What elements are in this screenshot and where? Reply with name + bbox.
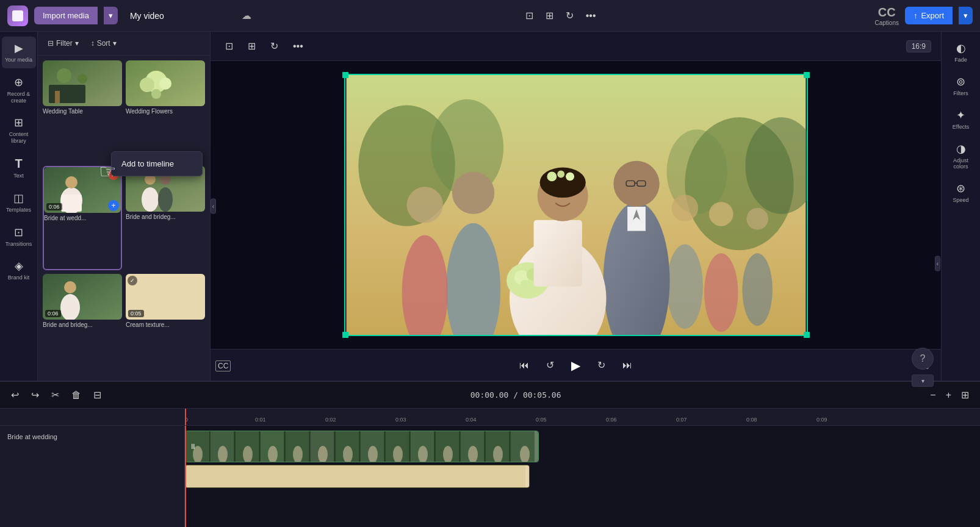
track-pause-icon: ⏸ <box>189 442 196 451</box>
svg-point-7 <box>140 77 154 92</box>
sidebar-item-record-create[interactable]: ⊕ Record & create <box>2 71 36 109</box>
forward-button[interactable]: ↻ <box>593 357 610 373</box>
right-tool-filters[interactable]: ⊚ Filters <box>943 70 979 101</box>
split-icon: ⊟ <box>93 390 101 400</box>
svg-point-94 <box>393 446 403 462</box>
more-options-button[interactable]: ••• <box>582 8 600 24</box>
captions-area[interactable]: CC Captions <box>874 5 898 26</box>
main-content: ▶ Your media ⊕ Record & create ⊞ Content… <box>0 32 980 381</box>
media-item-wedding-flowers[interactable]: Wedding Flowers <box>126 60 205 162</box>
video-title-area: ☁ <box>130 10 251 21</box>
right-tool-speed[interactable]: ⊛ Speed <box>943 177 979 208</box>
captions-toggle-icon: CC <box>215 360 231 371</box>
audio-track-resize-right[interactable] <box>525 465 529 487</box>
filter-button[interactable]: ⊟ Filter ▾ <box>44 37 82 50</box>
svg-rect-13 <box>61 195 82 212</box>
svg-point-34 <box>742 253 773 326</box>
timeline-content: 0 0:01 0:02 0:03 0:04 0:05 0:06 0:07 0:0… <box>0 409 980 527</box>
timeline-time-display: 00:00.00 / 00:05.06 <box>110 390 921 400</box>
undo-button[interactable]: ↩ <box>7 387 23 403</box>
right-tool-fade[interactable]: ◐ Fade <box>943 37 979 68</box>
sidebar-item-templates[interactable]: ◫ Templates <box>2 187 36 218</box>
zoom-in-button[interactable]: + <box>942 387 955 403</box>
skip-start-button[interactable]: ⏮ <box>514 357 534 373</box>
left-nav: ▶ Your media ⊕ Record & create ⊞ Content… <box>0 32 38 381</box>
media-item-bride-bridegroom-1[interactable]: Bride and brideg... <box>126 166 205 270</box>
preview-toolbar: ⊡ ⊞ ↻ ••• 16:9 <box>211 32 941 61</box>
split-button[interactable]: ⊟ <box>90 387 105 403</box>
sidebar-item-your-media[interactable]: ▶ Your media <box>2 37 36 68</box>
sidebar-item-text[interactable]: T Text <box>2 152 36 184</box>
filter-label: Filter <box>56 39 73 48</box>
resize-button[interactable]: ⊞ <box>243 38 261 54</box>
fit-icon: ⊞ <box>961 390 969 400</box>
undo-icon: ↩ <box>11 390 19 400</box>
rotate-tool-button[interactable]: ↻ <box>562 7 577 24</box>
svg-point-47 <box>519 280 530 291</box>
rotate-button[interactable]: ↻ <box>265 38 283 54</box>
svg-point-31 <box>671 195 698 221</box>
ruler-mark-3: 0:03 <box>395 417 406 423</box>
rewind-button[interactable]: ↺ <box>541 357 559 373</box>
duration-badge-cream: 0:05 <box>128 310 144 317</box>
svg-point-37 <box>613 161 659 207</box>
speed-icon: ⊛ <box>956 182 965 195</box>
record-create-label: Record & create <box>4 91 34 104</box>
video-track-resize-right[interactable] <box>535 431 538 462</box>
help-button[interactable]: ? <box>912 348 934 370</box>
skip-end-button[interactable]: ⏭ <box>618 357 637 373</box>
crop-tool-button[interactable]: ⊡ <box>522 7 537 24</box>
scroll-down-button[interactable]: ▾ <box>912 375 934 387</box>
svg-point-55 <box>452 172 494 214</box>
sidebar-item-content-library[interactable]: ⊞ Content library <box>2 111 36 149</box>
redo-button[interactable]: ↪ <box>27 387 43 403</box>
ruler-mark-4: 0:04 <box>466 417 477 423</box>
effects-icon: ✦ <box>956 109 965 122</box>
resize-tool-button[interactable]: ⊞ <box>542 7 557 24</box>
sidebar-item-transitions[interactable]: ⊡ Transitions <box>2 221 36 253</box>
help-icon: ? <box>920 353 926 364</box>
play-button[interactable]: ▶ <box>566 356 585 375</box>
export-button[interactable]: ↑ Export <box>905 7 953 24</box>
sort-label: Sort <box>97 39 110 48</box>
templates-icon: ◫ <box>13 192 24 205</box>
delete-clip-button[interactable]: 🗑 <box>68 387 85 403</box>
more-button[interactable]: ••• <box>288 38 308 54</box>
media-item-wedding-table[interactable]: Wedding Table <box>43 60 122 162</box>
crop-button[interactable]: ⊡ <box>220 38 238 54</box>
sort-button[interactable]: ↕ Sort ▾ <box>87 37 120 50</box>
import-media-button[interactable]: Import media <box>34 7 98 24</box>
add-badge-bride[interactable]: + <box>108 200 119 211</box>
import-media-dropdown-button[interactable]: ▾ <box>104 7 118 24</box>
right-panel-expand-arrow[interactable]: ‹ <box>935 256 940 271</box>
top-bar-actions: ⊡ ⊞ ↻ ••• <box>522 7 600 24</box>
your-media-label: Your media <box>5 57 32 63</box>
frame-corner-bl <box>342 332 348 338</box>
export-dropdown-button[interactable]: ▾ <box>959 7 973 24</box>
fit-timeline-button[interactable]: ⊞ <box>957 387 973 403</box>
context-menu: Add to timeline <box>111 151 203 176</box>
sort-icon: ↕ <box>91 39 95 48</box>
speed-label: Speed <box>953 197 968 203</box>
svg-point-99 <box>520 446 530 462</box>
right-tool-effects[interactable]: ✦ Effects <box>943 104 979 135</box>
audio-track-clip[interactable] <box>185 465 530 488</box>
media-item-bride-at-wedding[interactable]: 0:06 ✕ + Bride at wedd... <box>43 166 122 270</box>
right-tool-adjust-colors[interactable]: ◑ Adjust colors <box>943 137 979 174</box>
filters-icon: ⊚ <box>956 75 965 88</box>
video-track-frames <box>186 431 538 462</box>
video-title-input[interactable] <box>130 11 237 21</box>
ruler-mark-6: 0:06 <box>606 417 617 423</box>
captions-toggle-button[interactable]: CC <box>211 357 236 373</box>
video-track-clip[interactable]: ⏸ <box>185 431 539 462</box>
sidebar-item-brand-kit[interactable]: ◈ Brand kit <box>2 254 36 286</box>
skip-end-icon: ⏭ <box>622 360 632 370</box>
media-item-bride-bridegroom-2[interactable]: 0:06 Bride and brideg... <box>43 274 122 376</box>
add-to-timeline-menu-item[interactable]: Add to timeline <box>112 154 202 173</box>
media-item-cream-texture[interactable]: 0:05 ✓ Cream texture... <box>126 274 205 376</box>
svg-point-96 <box>443 446 453 462</box>
zoom-out-button[interactable]: − <box>926 387 939 403</box>
transitions-label: Transitions <box>5 241 32 248</box>
panel-resize-handle[interactable]: ‹ <box>211 199 216 214</box>
cut-button[interactable]: ✂ <box>48 387 63 403</box>
